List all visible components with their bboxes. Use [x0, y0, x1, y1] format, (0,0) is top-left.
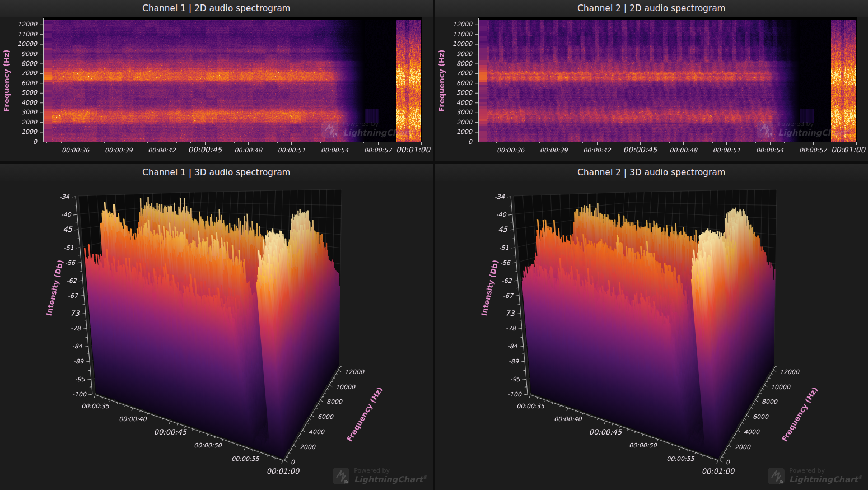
panel-title-bar: Channel 2 | 3D audio spectrogram — [435, 164, 868, 181]
channel-1-2d-spectrogram-canvas[interactable] — [0, 17, 433, 161]
audio-spectrogram-dashboard: Channel 1 | 2D audio spectrogram JS Powe… — [0, 0, 868, 490]
panel-channel-2-2d: Channel 2 | 2D audio spectrogram JS Powe… — [435, 0, 868, 161]
panel-title: Channel 1 | 2D audio spectrogram — [142, 3, 290, 13]
panel-title-bar: Channel 2 | 2D audio spectrogram — [435, 0, 868, 17]
panel-channel-2-3d: Channel 2 | 3D audio spectrogram JS Powe… — [435, 164, 868, 490]
panel-title-bar: Channel 1 | 2D audio spectrogram — [0, 0, 433, 17]
plot-area: JS Powered by LightningChart® — [0, 181, 433, 490]
panel-channel-1-2d: Channel 1 | 2D audio spectrogram JS Powe… — [0, 0, 433, 161]
panel-title-bar: Channel 1 | 3D audio spectrogram — [0, 164, 433, 181]
panel-title: Channel 1 | 3D audio spectrogram — [142, 167, 290, 178]
plot-area: JS Powered by LightningChart® — [0, 17, 433, 161]
channel-1-3d-spectrogram-canvas[interactable] — [0, 181, 433, 490]
plot-area: JS Powered by LightningChart® — [435, 17, 868, 161]
panel-title: Channel 2 | 2D audio spectrogram — [577, 3, 725, 13]
channel-2-3d-spectrogram-canvas[interactable] — [435, 181, 868, 490]
plot-area: JS Powered by LightningChart® — [435, 181, 868, 490]
panel-title: Channel 2 | 3D audio spectrogram — [577, 167, 725, 178]
channel-2-2d-spectrogram-canvas[interactable] — [435, 17, 868, 161]
panel-channel-1-3d: Channel 1 | 3D audio spectrogram JS Powe… — [0, 164, 433, 490]
